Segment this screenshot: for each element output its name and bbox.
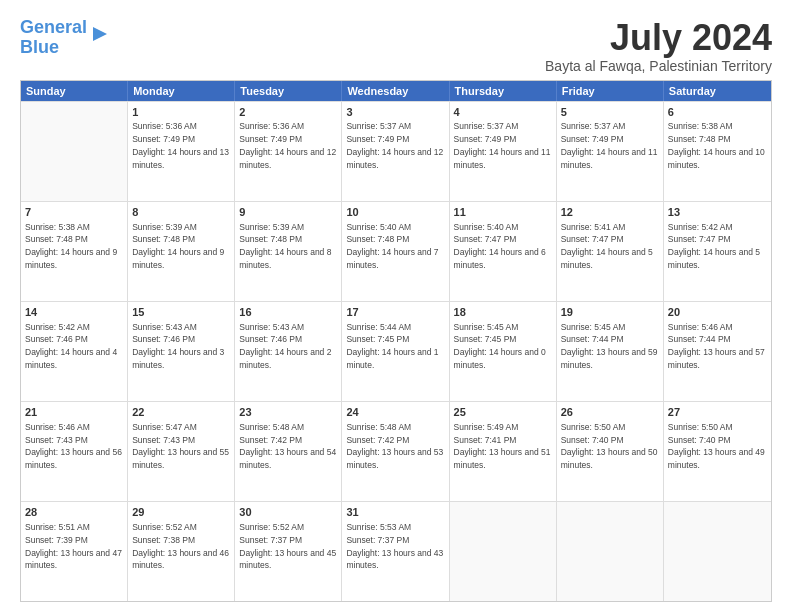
day-number: 12 bbox=[561, 205, 659, 220]
cell-info: Sunrise: 5:37 AMSunset: 7:49 PMDaylight:… bbox=[454, 121, 551, 170]
cell-info: Sunrise: 5:47 AMSunset: 7:43 PMDaylight:… bbox=[132, 422, 229, 471]
day-number: 31 bbox=[346, 505, 444, 520]
cell-info: Sunrise: 5:42 AMSunset: 7:46 PMDaylight:… bbox=[25, 322, 117, 371]
day-number: 2 bbox=[239, 105, 337, 120]
calendar-cell-0-1: 1Sunrise: 5:36 AMSunset: 7:49 PMDaylight… bbox=[128, 102, 235, 201]
logo: General Blue bbox=[20, 18, 111, 58]
cell-info: Sunrise: 5:49 AMSunset: 7:41 PMDaylight:… bbox=[454, 422, 551, 471]
day-number: 16 bbox=[239, 305, 337, 320]
day-number: 11 bbox=[454, 205, 552, 220]
cell-info: Sunrise: 5:46 AMSunset: 7:44 PMDaylight:… bbox=[668, 322, 765, 371]
page: General Blue July 2024 Bayta al Fawqa, P… bbox=[0, 0, 792, 612]
day-number: 24 bbox=[346, 405, 444, 420]
header-saturday: Saturday bbox=[664, 81, 771, 101]
day-number: 25 bbox=[454, 405, 552, 420]
calendar-cell-2-4: 18Sunrise: 5:45 AMSunset: 7:45 PMDayligh… bbox=[450, 302, 557, 401]
calendar-cell-1-4: 11Sunrise: 5:40 AMSunset: 7:47 PMDayligh… bbox=[450, 202, 557, 301]
calendar-cell-4-6 bbox=[664, 502, 771, 601]
calendar-cell-4-5 bbox=[557, 502, 664, 601]
day-number: 21 bbox=[25, 405, 123, 420]
calendar-cell-3-1: 22Sunrise: 5:47 AMSunset: 7:43 PMDayligh… bbox=[128, 402, 235, 501]
calendar-cell-3-6: 27Sunrise: 5:50 AMSunset: 7:40 PMDayligh… bbox=[664, 402, 771, 501]
calendar-cell-3-0: 21Sunrise: 5:46 AMSunset: 7:43 PMDayligh… bbox=[21, 402, 128, 501]
header-wednesday: Wednesday bbox=[342, 81, 449, 101]
calendar-body: 1Sunrise: 5:36 AMSunset: 7:49 PMDaylight… bbox=[21, 101, 771, 601]
calendar-cell-4-3: 31Sunrise: 5:53 AMSunset: 7:37 PMDayligh… bbox=[342, 502, 449, 601]
header-tuesday: Tuesday bbox=[235, 81, 342, 101]
calendar-cell-4-1: 29Sunrise: 5:52 AMSunset: 7:38 PMDayligh… bbox=[128, 502, 235, 601]
calendar-cell-4-2: 30Sunrise: 5:52 AMSunset: 7:37 PMDayligh… bbox=[235, 502, 342, 601]
calendar-cell-1-3: 10Sunrise: 5:40 AMSunset: 7:48 PMDayligh… bbox=[342, 202, 449, 301]
calendar-cell-2-1: 15Sunrise: 5:43 AMSunset: 7:46 PMDayligh… bbox=[128, 302, 235, 401]
calendar-cell-3-5: 26Sunrise: 5:50 AMSunset: 7:40 PMDayligh… bbox=[557, 402, 664, 501]
day-number: 4 bbox=[454, 105, 552, 120]
day-number: 3 bbox=[346, 105, 444, 120]
cell-info: Sunrise: 5:53 AMSunset: 7:37 PMDaylight:… bbox=[346, 522, 443, 571]
day-number: 8 bbox=[132, 205, 230, 220]
cell-info: Sunrise: 5:41 AMSunset: 7:47 PMDaylight:… bbox=[561, 222, 653, 271]
day-number: 18 bbox=[454, 305, 552, 320]
cell-info: Sunrise: 5:52 AMSunset: 7:38 PMDaylight:… bbox=[132, 522, 229, 571]
calendar-cell-1-1: 8Sunrise: 5:39 AMSunset: 7:48 PMDaylight… bbox=[128, 202, 235, 301]
day-number: 28 bbox=[25, 505, 123, 520]
day-number: 20 bbox=[668, 305, 767, 320]
cell-info: Sunrise: 5:37 AMSunset: 7:49 PMDaylight:… bbox=[561, 121, 658, 170]
cell-info: Sunrise: 5:40 AMSunset: 7:47 PMDaylight:… bbox=[454, 222, 546, 271]
cell-info: Sunrise: 5:43 AMSunset: 7:46 PMDaylight:… bbox=[239, 322, 331, 371]
calendar-row-2: 14Sunrise: 5:42 AMSunset: 7:46 PMDayligh… bbox=[21, 301, 771, 401]
cell-info: Sunrise: 5:48 AMSunset: 7:42 PMDaylight:… bbox=[346, 422, 443, 471]
calendar-row-1: 7Sunrise: 5:38 AMSunset: 7:48 PMDaylight… bbox=[21, 201, 771, 301]
main-title: July 2024 bbox=[545, 18, 772, 58]
header-sunday: Sunday bbox=[21, 81, 128, 101]
cell-info: Sunrise: 5:50 AMSunset: 7:40 PMDaylight:… bbox=[561, 422, 658, 471]
day-number: 10 bbox=[346, 205, 444, 220]
calendar-cell-1-0: 7Sunrise: 5:38 AMSunset: 7:48 PMDaylight… bbox=[21, 202, 128, 301]
cell-info: Sunrise: 5:40 AMSunset: 7:48 PMDaylight:… bbox=[346, 222, 438, 271]
calendar-cell-2-5: 19Sunrise: 5:45 AMSunset: 7:44 PMDayligh… bbox=[557, 302, 664, 401]
calendar-cell-2-6: 20Sunrise: 5:46 AMSunset: 7:44 PMDayligh… bbox=[664, 302, 771, 401]
calendar-row-3: 21Sunrise: 5:46 AMSunset: 7:43 PMDayligh… bbox=[21, 401, 771, 501]
day-number: 17 bbox=[346, 305, 444, 320]
day-number: 26 bbox=[561, 405, 659, 420]
calendar-cell-2-3: 17Sunrise: 5:44 AMSunset: 7:45 PMDayligh… bbox=[342, 302, 449, 401]
calendar-cell-0-3: 3Sunrise: 5:37 AMSunset: 7:49 PMDaylight… bbox=[342, 102, 449, 201]
day-number: 6 bbox=[668, 105, 767, 120]
cell-info: Sunrise: 5:43 AMSunset: 7:46 PMDaylight:… bbox=[132, 322, 224, 371]
cell-info: Sunrise: 5:42 AMSunset: 7:47 PMDaylight:… bbox=[668, 222, 760, 271]
day-number: 30 bbox=[239, 505, 337, 520]
calendar-cell-0-2: 2Sunrise: 5:36 AMSunset: 7:49 PMDaylight… bbox=[235, 102, 342, 201]
day-number: 5 bbox=[561, 105, 659, 120]
cell-info: Sunrise: 5:37 AMSunset: 7:49 PMDaylight:… bbox=[346, 121, 443, 170]
calendar-cell-3-3: 24Sunrise: 5:48 AMSunset: 7:42 PMDayligh… bbox=[342, 402, 449, 501]
calendar-cell-0-6: 6Sunrise: 5:38 AMSunset: 7:48 PMDaylight… bbox=[664, 102, 771, 201]
calendar-header: Sunday Monday Tuesday Wednesday Thursday… bbox=[21, 81, 771, 101]
cell-info: Sunrise: 5:52 AMSunset: 7:37 PMDaylight:… bbox=[239, 522, 336, 571]
cell-info: Sunrise: 5:39 AMSunset: 7:48 PMDaylight:… bbox=[132, 222, 224, 271]
header: General Blue July 2024 Bayta al Fawqa, P… bbox=[20, 18, 772, 74]
calendar: Sunday Monday Tuesday Wednesday Thursday… bbox=[20, 80, 772, 602]
cell-info: Sunrise: 5:36 AMSunset: 7:49 PMDaylight:… bbox=[239, 121, 336, 170]
cell-info: Sunrise: 5:45 AMSunset: 7:44 PMDaylight:… bbox=[561, 322, 658, 371]
cell-info: Sunrise: 5:45 AMSunset: 7:45 PMDaylight:… bbox=[454, 322, 546, 371]
calendar-row-4: 28Sunrise: 5:51 AMSunset: 7:39 PMDayligh… bbox=[21, 501, 771, 601]
day-number: 13 bbox=[668, 205, 767, 220]
logo-line1: General bbox=[20, 17, 87, 37]
logo-text: General Blue bbox=[20, 18, 87, 58]
day-number: 22 bbox=[132, 405, 230, 420]
cell-info: Sunrise: 5:48 AMSunset: 7:42 PMDaylight:… bbox=[239, 422, 336, 471]
calendar-cell-3-2: 23Sunrise: 5:48 AMSunset: 7:42 PMDayligh… bbox=[235, 402, 342, 501]
day-number: 7 bbox=[25, 205, 123, 220]
day-number: 1 bbox=[132, 105, 230, 120]
logo-line2: Blue bbox=[20, 37, 59, 57]
calendar-cell-0-5: 5Sunrise: 5:37 AMSunset: 7:49 PMDaylight… bbox=[557, 102, 664, 201]
cell-info: Sunrise: 5:36 AMSunset: 7:49 PMDaylight:… bbox=[132, 121, 229, 170]
day-number: 23 bbox=[239, 405, 337, 420]
subtitle: Bayta al Fawqa, Palestinian Territory bbox=[545, 58, 772, 74]
day-number: 27 bbox=[668, 405, 767, 420]
header-monday: Monday bbox=[128, 81, 235, 101]
cell-info: Sunrise: 5:44 AMSunset: 7:45 PMDaylight:… bbox=[346, 322, 438, 371]
calendar-cell-4-4 bbox=[450, 502, 557, 601]
day-number: 29 bbox=[132, 505, 230, 520]
day-number: 9 bbox=[239, 205, 337, 220]
header-thursday: Thursday bbox=[450, 81, 557, 101]
